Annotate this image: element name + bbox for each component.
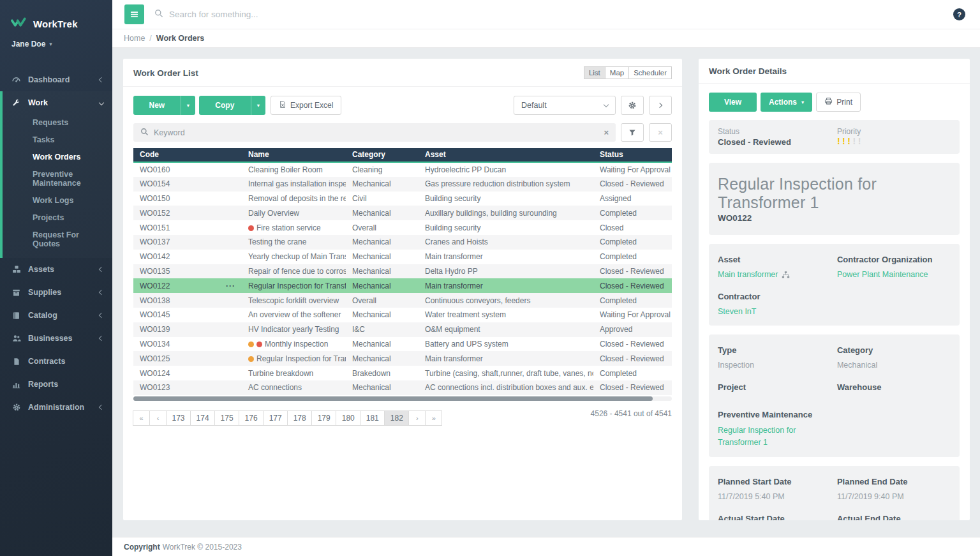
keyword-input[interactable] xyxy=(154,128,598,137)
clear-filters-button[interactable]: × xyxy=(649,123,672,142)
view-toggle-map[interactable]: Map xyxy=(605,66,629,79)
page-button-181[interactable]: 181 xyxy=(360,410,385,426)
page-button-176[interactable]: 176 xyxy=(239,410,264,426)
table-row-wo0139[interactable]: WO0139HV Indicator yearly TestingI&CO&M … xyxy=(133,322,672,337)
sidebar-item-businesses[interactable]: Businesses xyxy=(0,327,112,350)
column-header-category[interactable]: Category xyxy=(346,148,419,162)
table-row-wo0125[interactable]: WO0125Regular Inspection for TransfMecha… xyxy=(133,351,672,366)
gauge-icon xyxy=(11,75,22,84)
chart-icon xyxy=(11,380,22,389)
column-header-name[interactable]: Name xyxy=(242,148,346,162)
table-row-wo0150[interactable]: WO0150Removal of deposits in the reseCiv… xyxy=(133,192,672,206)
scrollbar-thumb[interactable] xyxy=(133,396,653,401)
sidebar-item-tasks[interactable]: Tasks xyxy=(3,131,112,149)
question-icon: ? xyxy=(957,11,961,19)
table-row-wo0151[interactable]: WO0151Fire station serviceOverallBuildin… xyxy=(133,220,672,235)
sidebar-item-work[interactable]: Work xyxy=(3,91,112,114)
sidebar-item-work-orders[interactable]: Work Orders xyxy=(3,149,112,166)
sidebar-item-supplies[interactable]: Supplies xyxy=(0,281,112,304)
print-button[interactable]: Print xyxy=(816,93,861,112)
page-button-174[interactable]: 174 xyxy=(190,410,215,426)
sidebar-item-requests[interactable]: Requests xyxy=(3,114,112,131)
user-menu[interactable]: Jane Doe ▾ xyxy=(11,40,112,49)
actions-button[interactable]: Actions ▾ xyxy=(761,93,812,112)
table-row-wo0137[interactable]: WO0137Testing the craneMechanicalCranes … xyxy=(133,235,672,250)
contractor-link[interactable]: Steven InT xyxy=(718,307,756,316)
sidebar-item-work-logs[interactable]: Work Logs xyxy=(3,192,112,209)
table-row-wo0152[interactable]: WO0152Daily OverviewMechanicalAuxillary … xyxy=(133,206,672,220)
filter-button[interactable] xyxy=(621,123,644,142)
sidebar-item-dashboard[interactable]: Dashboard xyxy=(0,68,112,91)
table-row-wo0142[interactable]: WO0142Yearly checkup of Main TransfoMech… xyxy=(133,250,672,264)
sidebar-item-preventive-maintenance[interactable]: Preventive Maintenance xyxy=(3,166,112,192)
table-row-wo0145[interactable]: WO0145An overview of the softenerMechani… xyxy=(133,308,672,322)
page-button-179[interactable]: 179 xyxy=(311,410,336,426)
view-toggle-scheduler[interactable]: Scheduler xyxy=(628,66,672,79)
search-input[interactable] xyxy=(169,10,437,19)
asset-link[interactable]: Main transformer xyxy=(718,270,790,279)
breadcrumb-home-link[interactable]: Home xyxy=(124,34,145,43)
previous-page-button[interactable]: ‹ xyxy=(149,410,167,426)
column-header-code[interactable]: Code xyxy=(133,148,242,162)
cell-status: Closed - Reviewed xyxy=(593,337,672,352)
table-row-wo0138[interactable]: WO0138Telescopic forklift overviewOveral… xyxy=(133,293,672,308)
new-button[interactable]: New ▾ xyxy=(133,96,195,115)
page-button-173[interactable]: 173 xyxy=(166,410,191,426)
last-page-button[interactable]: » xyxy=(425,410,442,426)
menu-toggle-button[interactable] xyxy=(124,4,144,24)
page-button-178[interactable]: 178 xyxy=(287,410,312,426)
first-page-button[interactable]: « xyxy=(133,410,150,426)
status-priority-card: Status Closed - Reviewed Priority !!!!! xyxy=(709,120,960,154)
view-toggle-list[interactable]: List xyxy=(584,66,605,79)
sidebar-item-projects[interactable]: Projects xyxy=(3,209,112,227)
keyword-search: × xyxy=(133,123,616,142)
copy-button[interactable]: Copy ▾ xyxy=(199,96,265,115)
preventive-maintenance-link[interactable]: Regular Inspection for Transformer 1 xyxy=(718,425,820,449)
clear-keyword-icon[interactable]: × xyxy=(604,128,609,137)
sidebar-item-contracts[interactable]: Contracts xyxy=(0,350,112,373)
actual-start-field: Actual Start Date 11/8/2019 12:00 AM xyxy=(718,510,837,521)
sidebar-item-catalog[interactable]: Catalog xyxy=(0,304,112,327)
caret-down-icon[interactable]: ▾ xyxy=(181,96,195,115)
content-area: Work Order List List Map Scheduler New ▾… xyxy=(112,48,980,537)
sidebar-item-reports[interactable]: Reports xyxy=(0,373,112,396)
sidebar-item-assets[interactable]: Assets xyxy=(0,258,112,281)
saved-view-select[interactable]: Default xyxy=(514,96,616,115)
table-row-wo0135[interactable]: WO0135Repair of fence due to corrosioMec… xyxy=(133,264,672,279)
sidebar-group-businesses: Businesses xyxy=(0,327,112,350)
table-row-wo0123[interactable]: WO0123AC connectionsMechanicalAC connect… xyxy=(133,380,672,395)
cell-asset: Auxillary buildings, building surounding xyxy=(419,206,593,220)
sidebar-group-work: WorkRequestsTasksWork OrdersPreventive M… xyxy=(0,91,112,258)
cell-name: Regular Inspection for Transfor xyxy=(242,278,346,293)
planned-start-field: Planned Start Date 11/7/2019 5:40 PM xyxy=(718,473,837,510)
view-settings-button[interactable] xyxy=(621,96,644,115)
table-row-wo0154[interactable]: WO0154Internal gas installation inspectM… xyxy=(133,177,672,192)
dates-card: Planned Start Date 11/7/2019 5:40 PM Pla… xyxy=(709,466,960,521)
view-button[interactable]: View xyxy=(709,93,757,112)
page-button-182[interactable]: 182 xyxy=(384,410,409,426)
page-button-175[interactable]: 175 xyxy=(214,410,239,426)
caret-down-icon[interactable]: ▾ xyxy=(251,96,265,115)
table-row-wo0122[interactable]: WO0122···Regular Inspection for Transfor… xyxy=(133,278,672,293)
column-header-status[interactable]: Status xyxy=(593,148,672,162)
sidebar-group-dashboard: Dashboard xyxy=(0,68,112,91)
export-excel-button[interactable]: Export Excel xyxy=(271,96,341,115)
cell-asset: Main transformer xyxy=(419,351,593,366)
sidebar-item-request-for-quotes[interactable]: Request For Quotes xyxy=(3,227,112,253)
sidebar-item-administration[interactable]: Administration xyxy=(0,396,112,419)
contractor-org-link[interactable]: Power Plant Maintenance xyxy=(837,270,928,279)
table-row-wo0124[interactable]: WO0124Turbine breakdownBrakedownTurbine … xyxy=(133,366,672,380)
next-page-button[interactable]: › xyxy=(408,410,426,426)
cell-name: AC connections xyxy=(242,380,346,395)
sidebar-group-supplies: Supplies xyxy=(0,281,112,304)
table-row-wo0160[interactable]: WO0160Cleaning Boiler RoomCleaningHydroe… xyxy=(133,162,672,177)
help-button[interactable]: ? xyxy=(953,8,965,20)
collapse-panel-button[interactable] xyxy=(649,96,672,115)
column-header-asset[interactable]: Asset xyxy=(419,148,593,162)
row-menu-icon[interactable]: ··· xyxy=(226,282,235,290)
page-button-177[interactable]: 177 xyxy=(263,410,288,426)
page-button-180[interactable]: 180 xyxy=(336,410,360,426)
cell-status: Completed xyxy=(593,235,672,250)
book-icon xyxy=(11,312,22,320)
table-row-wo0134[interactable]: WO0134Monthly inspectionMechanicalBatter… xyxy=(133,337,672,352)
